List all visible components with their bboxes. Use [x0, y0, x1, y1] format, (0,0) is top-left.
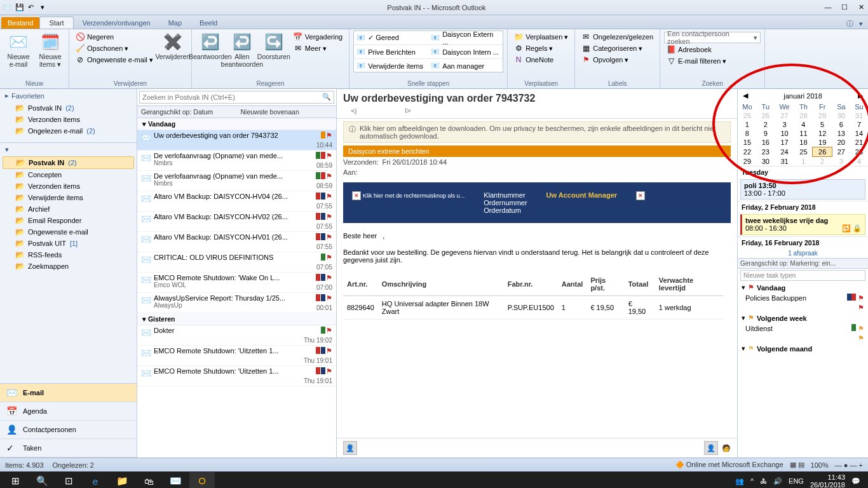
calendar-day[interactable]: 5	[812, 120, 832, 129]
find-contact-input[interactable]: Een contactpersoon zoeken▾	[664, 32, 761, 43]
tray-people-icon[interactable]: 👥	[735, 477, 744, 485]
calendar-day[interactable]: 11	[794, 129, 812, 138]
task-item[interactable]: Uitdienst ⚑	[738, 323, 868, 334]
calendar-day[interactable]: 12	[812, 129, 832, 138]
calendar-day[interactable]: 26	[812, 147, 832, 157]
ignore-button[interactable]: 🚫Negeren	[73, 32, 156, 42]
task-item[interactable]: Policies Backuppen ⚑	[738, 293, 868, 303]
addressbook-button[interactable]: 📕Adresboek	[664, 44, 761, 55]
tab-home[interactable]: Start	[39, 17, 73, 29]
calendar-day[interactable]: 30	[757, 157, 775, 166]
unread-button[interactable]: ✉Ongelezen/gelezen	[579, 32, 656, 42]
message-item[interactable]: ✉️EMCO Remote Shutdown: 'Uitzetten 1... …	[137, 366, 336, 386]
nav-folder[interactable]: 📂Postvak IN (2)	[0, 102, 137, 114]
meeting-button[interactable]: 📅Vergadering	[291, 32, 345, 42]
appointment[interactable]: twee wekelijkse vrije dag08:00 - 16:30🔁 …	[740, 214, 865, 235]
task-sort-header[interactable]: Gerangschikt op: Markering: ein...	[738, 258, 868, 269]
zoom-slider[interactable]: — ● — +	[835, 461, 863, 469]
rules-button[interactable]: ⚙Regels ▾	[512, 43, 571, 53]
tray-expand-icon[interactable]: ^	[750, 477, 754, 485]
calendar-day[interactable]: 25	[794, 147, 812, 157]
calendar-day[interactable]: 6	[832, 120, 850, 129]
undo-icon[interactable]: ↶	[28, 3, 37, 12]
cal-next-icon[interactable]: ▶	[858, 92, 863, 100]
nav-folder[interactable]: 📂Ongewenste e-mail	[0, 226, 137, 238]
calendar-day[interactable]: 31	[850, 111, 868, 120]
tab-view[interactable]: Beeld	[191, 17, 226, 29]
calendar-day[interactable]: 1	[738, 120, 757, 129]
task-group-nextweek[interactable]: ▾⚑Volgende week	[738, 313, 868, 323]
save-icon[interactable]: 💾	[15, 3, 24, 12]
task-item[interactable]: ⚑	[738, 334, 868, 343]
calendar-day[interactable]: 28	[794, 111, 812, 120]
message-item[interactable]: ✉️De verlofaanvraag (Opname) van mede...…	[137, 171, 336, 191]
appt-count[interactable]: 1 afspraak	[738, 248, 868, 258]
maximize-button[interactable]: ☐	[840, 3, 849, 11]
taskbar-store[interactable]: 🛍	[136, 472, 161, 488]
message-item[interactable]: ✉️AlwaysUpService Report: Thursday 1/25.…	[137, 293, 336, 313]
calendar-day[interactable]: 21	[850, 138, 868, 147]
calendar-day[interactable]: 2	[757, 120, 775, 129]
nav-folder[interactable]: 📂RSS-feeds	[0, 249, 137, 261]
search-icon[interactable]: 🔍	[322, 93, 331, 101]
message-item[interactable]: ✉️De verlofaanvraag (Opname) van mede...…	[137, 151, 336, 171]
onenote-button[interactable]: NOneNote	[512, 55, 571, 65]
calendar-day[interactable]: 25	[738, 111, 757, 120]
ribbon-help[interactable]: ⓘ ▾	[841, 19, 868, 29]
calendar-day[interactable]: 9	[757, 129, 775, 138]
nav-contacts[interactable]: 👤Contactpersonen	[0, 421, 137, 439]
nav-folder[interactable]: 📂Concepten	[0, 169, 137, 180]
calendar-day[interactable]: 29	[738, 157, 757, 166]
forward-button[interactable]: ↪️Doorsturen	[259, 30, 288, 61]
calendar-day[interactable]: 20	[832, 138, 850, 147]
mini-calendar[interactable]: MoTuWeThFrSaSu25262728293031123456789101…	[738, 102, 868, 166]
sort-header[interactable]: Gerangschikt op: Datum Nieuwste bovenaan	[137, 106, 336, 118]
tray-language[interactable]: ENG	[789, 477, 804, 485]
nav-folder[interactable]: 📂Postvak UIT [1]	[0, 238, 137, 249]
message-item[interactable]: ✉️Altaro VM Backup: DAISYCON-HV04 (26...…	[137, 191, 336, 212]
tray-volume-icon[interactable]: 🔊	[773, 477, 782, 485]
nav-folder[interactable]: 📂Archief	[0, 203, 137, 215]
new-items-button[interactable]: 🗓️Nieuwe items ▾	[36, 30, 65, 68]
calendar-day[interactable]: 26	[757, 111, 775, 120]
calendar-day[interactable]: 18	[794, 138, 812, 147]
calendar-day[interactable]: 10	[775, 129, 795, 138]
mailbox-header[interactable]: ▾	[0, 143, 137, 156]
calendar-day[interactable]: 15	[738, 138, 757, 147]
calendar-day[interactable]: 24	[775, 147, 795, 157]
nav-folder[interactable]: 📂Ongelezen e-mail (2)	[0, 125, 137, 137]
close-button[interactable]: ✕	[857, 3, 865, 11]
quick-steps-gallery[interactable]: 📧✓ Gereed📧Daisycon Extern ...📧Prive Beri…	[353, 30, 503, 72]
calendar-day[interactable]: 3	[775, 120, 795, 129]
minimize-button[interactable]: —	[824, 3, 832, 11]
taskbar-search[interactable]: 🔍	[29, 472, 55, 488]
social-icon[interactable]: 🧑	[722, 444, 731, 452]
nav-folder[interactable]: 📂Postvak IN (2)	[3, 156, 134, 169]
quickstep-item[interactable]: 📧Daisycon Intern ...	[428, 45, 503, 59]
message-group[interactable]: ▾ Gisteren	[137, 313, 336, 325]
calendar-day[interactable]: 22	[738, 147, 757, 157]
message-item[interactable]: ✉️EMCO Remote Shutdown: 'Wake On L...Emc…	[137, 273, 336, 293]
quickstep-item[interactable]: 📧Prive Berichten	[354, 45, 428, 59]
quickstep-item[interactable]: 📧Daisycon Extern ...	[428, 31, 503, 45]
calendar-day[interactable]: 4	[794, 120, 812, 129]
tab-sendrecv[interactable]: Verzenden/ontvangen	[74, 17, 159, 29]
calendar-day[interactable]: 29	[812, 111, 832, 120]
quickstep-item[interactable]: 📧Verwijderde items	[354, 59, 428, 72]
nav-folder[interactable]: 📂Email Responder	[0, 215, 137, 226]
message-item[interactable]: ✉️Uw orderbevestiging van order 7943732 …	[137, 130, 336, 151]
qab-dropdown-icon[interactable]: ▾	[41, 3, 50, 12]
nav-tasks[interactable]: ✓Taken	[0, 439, 137, 458]
message-item[interactable]: ✉️Altaro VM Backup: DAISYCON-HV01 (26...…	[137, 232, 336, 252]
calendar-day[interactable]: 14	[850, 129, 868, 138]
categorize-button[interactable]: ▦Categoriseren ▾	[579, 43, 656, 53]
calendar-day[interactable]: 3	[832, 157, 850, 166]
calendar-day[interactable]: 28	[850, 147, 868, 157]
quickstep-item[interactable]: 📧Aan manager	[428, 59, 503, 72]
taskbar-edge[interactable]: e	[83, 472, 108, 488]
system-tray[interactable]: 👥 ^ 🖧 🔊 ENG 11:4326/01/2018 💬	[735, 473, 865, 488]
message-group[interactable]: ▾ Vandaag	[137, 118, 336, 130]
task-group-nextmonth[interactable]: ▾⚑Volgende maand	[738, 343, 868, 354]
taskbar-mail[interactable]: ✉️	[163, 472, 188, 488]
download-images-bar[interactable]: ⓘKlik hier om afbeeldingen te downloaden…	[343, 121, 731, 143]
